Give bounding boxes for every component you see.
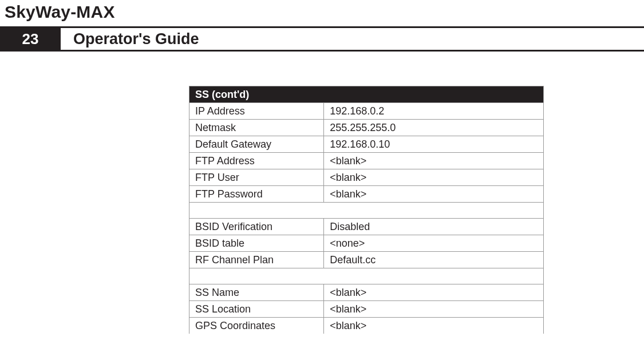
table-row: RF Channel Plan Default.cc [189, 252, 544, 268]
spacer-row [189, 203, 544, 219]
table-row: Netmask 255.255.255.0 [189, 120, 544, 136]
config-value: <blank> [324, 318, 544, 334]
table-row: SS Location <blank> [189, 301, 544, 318]
config-label: GPS Coordinates [189, 318, 324, 334]
config-value: <blank> [324, 153, 544, 169]
config-value: <blank> [324, 169, 544, 186]
config-label: IP Address [189, 103, 324, 120]
content-area: SS (cont'd) IP Address 192.168.0.2 Netma… [0, 52, 644, 334]
config-value: 255.255.255.0 [324, 120, 544, 136]
config-label: Netmask [189, 120, 324, 136]
config-value: <none> [324, 235, 544, 252]
config-label: SS Name [189, 284, 324, 301]
table-row: FTP Password <blank> [189, 186, 544, 203]
config-label: Default Gateway [189, 136, 324, 153]
config-value: <blank> [324, 186, 544, 203]
table-row: SS Name <blank> [189, 284, 544, 301]
product-title: SkyWay-MAX [0, 0, 644, 26]
table-row: FTP User <blank> [189, 169, 544, 186]
guide-title: Operator's Guide [61, 28, 644, 50]
header-bar: 23 Operator's Guide [0, 26, 644, 52]
config-value: Default.cc [324, 252, 544, 268]
config-label: BSID table [189, 235, 324, 252]
config-label: RF Channel Plan [189, 252, 324, 268]
table-header-row: SS (cont'd) [189, 86, 544, 103]
config-label: FTP Password [189, 186, 324, 203]
table-row: GPS Coordinates <blank> [189, 318, 544, 334]
config-table: SS (cont'd) IP Address 192.168.0.2 Netma… [189, 86, 544, 334]
config-value: Disabled [324, 219, 544, 235]
config-value: <blank> [324, 301, 544, 318]
config-value: 192.168.0.10 [324, 136, 544, 153]
table-row: FTP Address <blank> [189, 153, 544, 169]
table-row: BSID table <none> [189, 235, 544, 252]
config-label: SS Location [189, 301, 324, 318]
table-row: Default Gateway 192.168.0.10 [189, 136, 544, 153]
table-row: BSID Verification Disabled [189, 219, 544, 235]
config-value: 192.168.0.2 [324, 103, 544, 120]
config-value: <blank> [324, 284, 544, 301]
config-label: FTP User [189, 169, 324, 186]
spacer-row [189, 268, 544, 284]
config-label: FTP Address [189, 153, 324, 169]
table-title: SS (cont'd) [189, 86, 544, 103]
config-label: BSID Verification [189, 219, 324, 235]
page-number: 23 [0, 28, 61, 50]
table-row: IP Address 192.168.0.2 [189, 103, 544, 120]
